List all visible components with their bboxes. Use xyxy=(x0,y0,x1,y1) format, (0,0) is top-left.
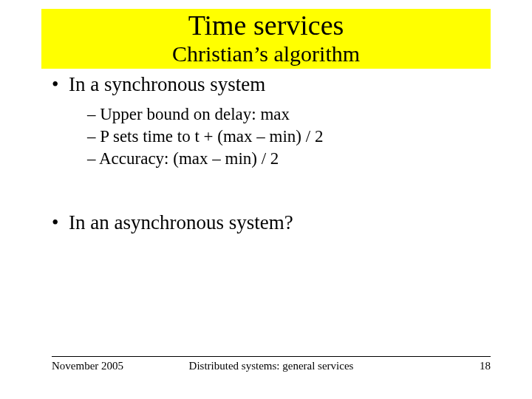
slide-subtitle: Christian’s algorithm xyxy=(41,41,491,66)
bullet-item: In an asynchronous system? xyxy=(65,211,480,234)
footer-divider xyxy=(52,356,491,357)
sub-bullet-item: P sets time to t + (max – min) / 2 xyxy=(99,126,480,148)
footer-row: November 2005 Distributed systems: gener… xyxy=(52,360,491,372)
sub-bullet-item: Upper bound on delay: max xyxy=(99,103,480,126)
slide-footer: November 2005 Distributed systems: gener… xyxy=(52,356,491,372)
slide-content: In a synchronous system Upper bound on d… xyxy=(52,73,480,234)
title-block: Time services Christian’s algorithm xyxy=(41,9,491,69)
bullet-item: In a synchronous system xyxy=(65,73,480,96)
footer-date: November 2005 xyxy=(52,360,123,372)
slide-title: Time services xyxy=(41,10,491,41)
sub-bullet-item: Accuracy: (max – min) / 2 xyxy=(99,148,480,170)
footer-page-number: 18 xyxy=(480,360,491,372)
sub-list: Upper bound on delay: max P sets time to… xyxy=(87,103,480,170)
slide: { "header": { "title": "Time services", … xyxy=(0,9,532,399)
